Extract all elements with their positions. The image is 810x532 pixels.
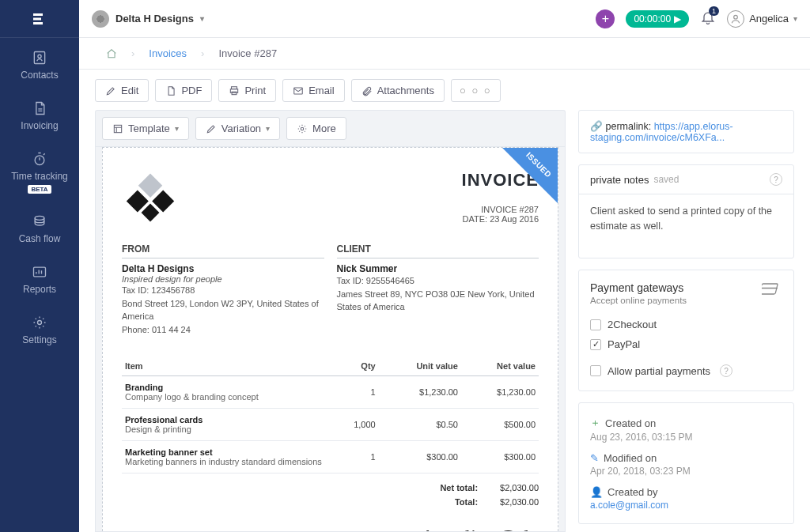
- modified-on-value: Apr 20, 2018, 03:23 PM: [590, 466, 782, 477]
- svg-point-4: [38, 55, 41, 58]
- checkbox-icon[interactable]: [590, 365, 601, 376]
- sidebar-item-invoicing[interactable]: Invoicing: [0, 89, 79, 139]
- total-value: $2,030.00: [500, 497, 539, 507]
- permalink-panel: 🔗 permalink: https://app.elorus-staging.…: [578, 110, 794, 153]
- stopwatch-icon: [31, 150, 48, 168]
- client-tax: Tax ID: 9255546465: [337, 274, 539, 288]
- item-net: $500.00: [461, 409, 539, 441]
- item-qty: 1: [331, 441, 379, 474]
- from-tax: Tax ID: 123456788: [122, 284, 324, 297]
- col-qty: Qty: [331, 357, 379, 376]
- notes-body[interactable]: Client asked to send a printed copy of t…: [579, 194, 793, 258]
- svg-rect-20: [762, 284, 778, 294]
- timer-value: 00:00:00: [634, 13, 671, 25]
- item-qty: 1,000: [331, 409, 379, 441]
- modified-on-label: Modified on: [604, 452, 657, 464]
- item-unit: $300.00: [379, 441, 461, 474]
- sidebar-label: Invoicing: [21, 120, 58, 131]
- person-icon: 👤: [590, 486, 603, 498]
- ellipsis-icon: ○ ○ ○: [460, 85, 492, 96]
- client-name: Nick Summer: [337, 263, 539, 274]
- sidebar-item-cashflow[interactable]: Cash flow: [0, 202, 79, 252]
- company-logo: [122, 170, 185, 229]
- breadcrumb-invoices[interactable]: Invoices: [149, 47, 187, 59]
- timer-button[interactable]: 00:00:00 ▶: [626, 10, 689, 28]
- items-table: Item Qty Unit value Net value BrandingCo…: [122, 357, 539, 474]
- pdf-button[interactable]: PDF: [155, 79, 212, 102]
- permalink-label: permalink:: [605, 121, 651, 132]
- notification-count: 1: [709, 6, 719, 16]
- invoice-document: ISSUED INVOICE: [102, 147, 558, 532]
- help-icon[interactable]: ?: [770, 173, 782, 186]
- net-total-value: $2,030.00: [500, 483, 539, 492]
- payment-gateways-panel: Payment gateways Accept online payments …: [578, 270, 794, 391]
- contacts-icon: [31, 49, 48, 66]
- item-name: Professional cards: [125, 415, 327, 424]
- created-by-value[interactable]: a.cole@gmail.com: [590, 500, 668, 511]
- item-name: Marketing banner set: [125, 447, 327, 457]
- svg-point-6: [35, 216, 44, 220]
- col-net: Net value: [461, 357, 539, 376]
- created-by-label: Created by: [608, 486, 658, 498]
- pencil-icon: ✎: [590, 452, 599, 464]
- print-button[interactable]: Print: [218, 79, 276, 102]
- svg-point-15: [301, 127, 304, 130]
- variation-dropdown[interactable]: Variation: [195, 117, 280, 140]
- link-icon: 🔗: [590, 121, 603, 132]
- from-address: Bond Street 129, London W2 3PY, United S…: [122, 297, 324, 323]
- sidebar-label: Contacts: [21, 70, 58, 81]
- svg-point-8: [38, 321, 42, 325]
- svg-rect-2: [33, 22, 43, 25]
- item-desc: Company logo & branding concept: [125, 392, 327, 402]
- client-address: James Street 89, NYC PO38 0JE New York, …: [337, 288, 539, 314]
- client-label: CLIENT: [337, 243, 539, 258]
- gateway-2checkout[interactable]: 2Checkout: [590, 315, 782, 334]
- total-label: Total:: [440, 497, 478, 507]
- checkbox-icon[interactable]: [590, 339, 601, 350]
- item-net: $1,230.00: [461, 376, 539, 409]
- doc-more-button[interactable]: More: [286, 117, 346, 140]
- card-icon: [762, 281, 782, 298]
- email-button[interactable]: Email: [282, 79, 345, 102]
- user-name: Angelica: [749, 13, 789, 25]
- from-tagline: Inspired design for people: [122, 274, 324, 284]
- company-avatar: [92, 10, 109, 28]
- invoicing-icon: [31, 100, 48, 117]
- svg-rect-14: [114, 125, 121, 132]
- chart-icon: [31, 263, 48, 281]
- add-button[interactable]: +: [596, 9, 615, 28]
- app-logo[interactable]: [0, 0, 79, 38]
- company-selector[interactable]: Delta H Designs: [92, 10, 204, 28]
- item-desc: Marketing banners in industry standard d…: [125, 457, 327, 466]
- help-icon[interactable]: ?: [720, 364, 732, 377]
- gateways-title: Payment gateways: [590, 281, 687, 294]
- created-on-label: Created on: [605, 417, 656, 429]
- item-unit: $1,230.00: [379, 376, 461, 409]
- gear-icon: [31, 314, 48, 331]
- item-desc: Design & printing: [125, 424, 327, 434]
- breadcrumb: › Invoices › Invoice #287: [79, 38, 810, 70]
- sidebar-label: Time tracking: [11, 171, 68, 182]
- metadata-panel: ＋Created on Aug 23, 2016, 03:15 PM ✎Modi…: [578, 402, 794, 524]
- notes-saved: saved: [653, 174, 679, 185]
- signature: Angelica Cole: [421, 526, 539, 532]
- sidebar-label: Settings: [22, 334, 56, 345]
- allow-partial-payments[interactable]: Allow partial payments ?: [590, 360, 782, 381]
- sidebar-item-reports[interactable]: Reports: [0, 252, 79, 303]
- created-on-value: Aug 23, 2016, 03:15 PM: [590, 432, 782, 443]
- gateways-subtitle: Accept online payments: [590, 296, 687, 305]
- sidebar-item-contacts[interactable]: Contacts: [0, 38, 79, 89]
- beta-badge: BETA: [28, 185, 51, 194]
- attachments-button[interactable]: Attachments: [351, 79, 445, 102]
- checkbox-icon[interactable]: [590, 319, 601, 330]
- sidebar-item-timetracking[interactable]: Time tracking BETA: [0, 139, 79, 202]
- user-menu[interactable]: Angelica: [727, 10, 797, 28]
- notifications-button[interactable]: 1: [700, 9, 716, 28]
- more-actions-button[interactable]: ○ ○ ○: [451, 79, 501, 102]
- sidebar-item-settings[interactable]: Settings: [0, 303, 79, 353]
- gateway-paypal[interactable]: PayPal: [590, 334, 782, 354]
- template-dropdown[interactable]: Template: [102, 117, 189, 140]
- breadcrumb-home[interactable]: [95, 38, 128, 70]
- edit-button[interactable]: Edit: [95, 79, 149, 102]
- svg-rect-1: [33, 17, 41, 20]
